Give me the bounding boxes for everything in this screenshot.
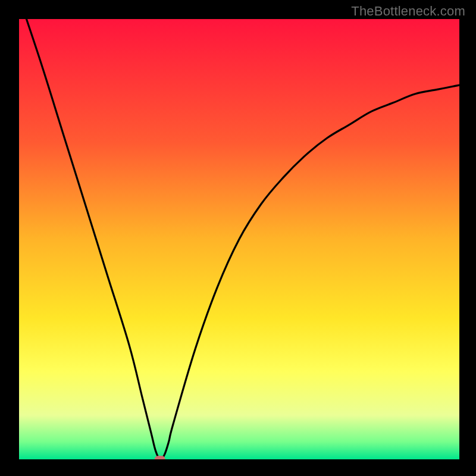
- bottleneck-curve: [19, 19, 459, 459]
- chart-frame: TheBottleneck.com: [0, 0, 476, 476]
- plot-area: [19, 19, 459, 459]
- watermark-text: TheBottleneck.com: [351, 4, 465, 19]
